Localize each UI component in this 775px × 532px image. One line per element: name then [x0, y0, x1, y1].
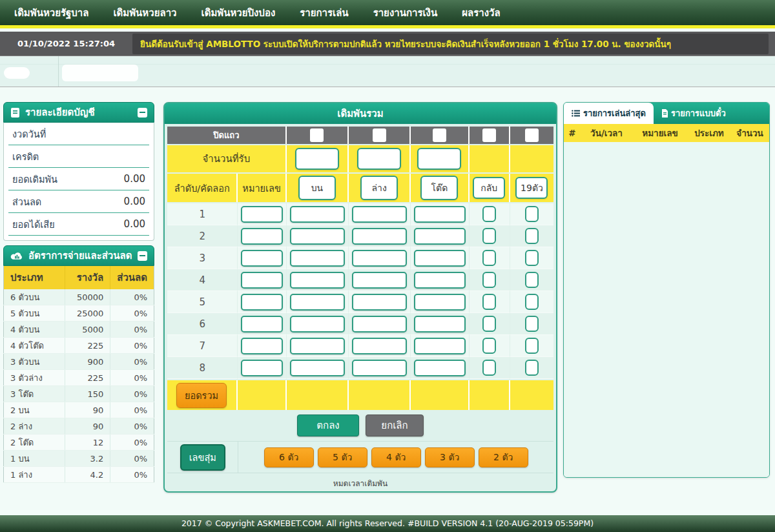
bottom-amount-input[interactable]	[352, 316, 407, 332]
top-amount-input[interactable]	[290, 272, 345, 289]
receive-tod-input[interactable]	[417, 148, 461, 170]
history-list-body	[564, 142, 769, 477]
rate-reward: 5000	[65, 322, 110, 338]
number-input[interactable]	[241, 316, 282, 332]
random-number-button[interactable]: เลขสุ่ม	[180, 444, 225, 471]
tod-amount-input[interactable]	[414, 294, 465, 311]
reverse-checkbox[interactable]	[482, 228, 496, 244]
five-digit-button[interactable]: 5 ตัว	[318, 447, 367, 467]
number-input[interactable]	[241, 338, 282, 354]
number-input[interactable]	[241, 272, 282, 289]
bottom-amount-input[interactable]	[352, 338, 407, 354]
nav-item-play-list[interactable]: รายการเล่น	[300, 5, 348, 21]
nav-item-lao-lottery[interactable]: เดิมพันหวยลาว	[113, 5, 176, 21]
top-amount-input[interactable]	[290, 294, 345, 311]
reverse-column-button[interactable]: กลับ	[473, 177, 505, 199]
bottom-amount-input[interactable]	[352, 250, 407, 267]
number-input[interactable]	[241, 206, 282, 223]
bet-row-4: 4	[167, 269, 553, 291]
bet-row-5: 5	[167, 291, 553, 313]
collapse-icon[interactable]	[138, 251, 147, 261]
top-amount-input[interactable]	[290, 338, 345, 354]
submit-button[interactable]: ตกลง	[297, 414, 359, 436]
tod-column-button[interactable]: โต๊ด	[420, 176, 458, 200]
bottom-amount-input[interactable]	[352, 206, 407, 223]
number-input[interactable]	[241, 294, 282, 311]
nav-item-results[interactable]: ผลรางวัล	[462, 5, 500, 21]
nineteen-checkbox[interactable]	[525, 316, 539, 332]
bottom-amount-input[interactable]	[352, 272, 407, 289]
close-reverse-checkbox[interactable]	[482, 128, 496, 142]
rate-type: 2 ล่าง	[4, 418, 65, 435]
close-row-label: ปิดแถว	[167, 127, 287, 144]
close-tod-checkbox[interactable]	[433, 128, 446, 142]
rate-reward: 12	[65, 435, 110, 451]
reverse-checkbox[interactable]	[482, 206, 496, 222]
nineteen-checkbox[interactable]	[525, 272, 539, 288]
rates-header-discount: ส่วนลด	[110, 266, 154, 289]
nineteen-checkbox[interactable]	[525, 250, 539, 266]
nineteen-checkbox[interactable]	[525, 206, 539, 222]
rate-reward: 90	[65, 402, 110, 418]
nineteen-checkbox[interactable]	[525, 228, 539, 244]
number-input[interactable]	[241, 360, 282, 376]
receive-bottom-input[interactable]	[357, 148, 401, 170]
close-bottom-checkbox[interactable]	[373, 128, 386, 142]
total-button[interactable]: ยอดรวม	[176, 383, 227, 408]
nineteen-checkbox[interactable]	[525, 360, 539, 376]
four-digit-button[interactable]: 4 ตัว	[371, 447, 421, 467]
reverse-checkbox[interactable]	[482, 250, 496, 266]
row-number: 2	[167, 225, 238, 247]
close-top-checkbox[interactable]	[310, 128, 324, 142]
top-amount-input[interactable]	[290, 360, 345, 376]
tod-amount-input[interactable]	[414, 360, 465, 376]
top-column-button[interactable]: บน	[298, 176, 336, 200]
bottom-amount-input[interactable]	[352, 294, 407, 311]
number-input[interactable]	[241, 250, 282, 267]
reverse-checkbox[interactable]	[482, 272, 496, 288]
cancel-button[interactable]: ยกเลิก	[366, 414, 424, 436]
bottom-amount-input[interactable]	[352, 360, 407, 376]
nineteen-column-button[interactable]: 19ตัว	[515, 177, 548, 199]
top-amount-input[interactable]	[290, 206, 345, 223]
reverse-checkbox[interactable]	[482, 338, 496, 354]
row-number: 3	[167, 247, 238, 269]
row-number: 8	[167, 357, 238, 379]
rates-row: 1 บน3.20%	[4, 451, 154, 467]
number-input[interactable]	[241, 228, 282, 245]
tod-amount-input[interactable]	[414, 250, 465, 267]
receive-top-input[interactable]	[295, 148, 339, 170]
tab-latest-plays[interactable]: รายการเล่นล่าสุด	[564, 103, 654, 124]
reverse-checkbox[interactable]	[482, 316, 496, 332]
tod-amount-input[interactable]	[414, 316, 465, 332]
bottom-amount-input[interactable]	[352, 228, 407, 245]
bet-row-2: 2	[167, 225, 553, 247]
top-amount-input[interactable]	[290, 250, 345, 267]
rate-reward: 225	[65, 370, 110, 386]
collapse-icon[interactable]	[138, 108, 147, 118]
rate-discount: 0%	[110, 322, 154, 338]
bottom-column-button[interactable]: ล่าง	[360, 176, 398, 200]
tod-amount-input[interactable]	[414, 206, 465, 223]
top-amount-input[interactable]	[290, 316, 345, 332]
tod-amount-input[interactable]	[414, 228, 465, 245]
reverse-checkbox[interactable]	[482, 360, 496, 376]
tod-amount-input[interactable]	[414, 338, 465, 354]
nav-item-government-lottery[interactable]: เดิมพันหวยรัฐบาล	[14, 5, 88, 21]
receive-label: จำนวนที่รับ	[167, 145, 287, 172]
nav-item-pingpong-lottery[interactable]: เดิมพันหวยปิงปอง	[202, 5, 276, 21]
account-row-value: 0.00	[124, 196, 145, 207]
reverse-checkbox[interactable]	[482, 294, 496, 310]
three-digit-button[interactable]: 3 ตัว	[425, 447, 475, 467]
two-digit-button[interactable]: 2 ตัว	[479, 447, 528, 467]
close-nineteen-checkbox[interactable]	[525, 128, 539, 142]
tod-amount-input[interactable]	[414, 272, 465, 289]
tab-ticket-list[interactable]: รายการแบบตั๋ว	[654, 103, 734, 124]
top-amount-input[interactable]	[290, 228, 345, 245]
nineteen-checkbox[interactable]	[525, 294, 539, 310]
top-navigation: เดิมพันหวยรัฐบาล เดิมพันหวยลาว เดิมพันหว…	[0, 0, 775, 28]
nineteen-checkbox[interactable]	[525, 338, 539, 354]
six-digit-button[interactable]: 6 ตัว	[264, 447, 314, 467]
nav-item-finance-report[interactable]: รายงานการเงิน	[373, 5, 438, 21]
order-copy-label: ลำดับ/คัดลอก	[167, 174, 238, 202]
